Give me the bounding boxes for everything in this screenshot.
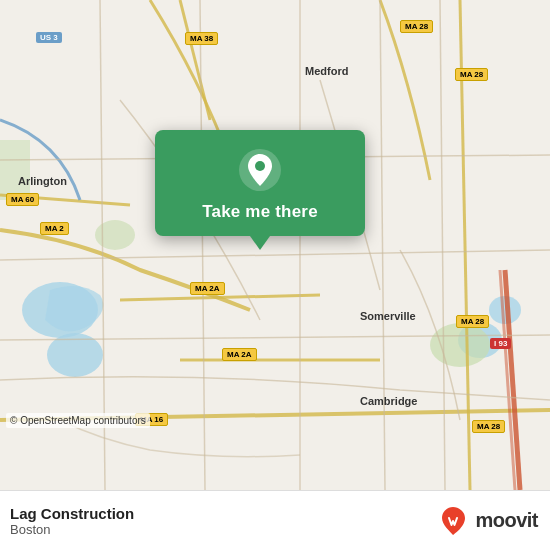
location-city: Boston — [10, 522, 134, 537]
city-label-somerville: Somerville — [360, 310, 416, 322]
bottom-bar: Lag Construction Boston moovit — [0, 490, 550, 550]
svg-rect-5 — [0, 140, 30, 200]
badge-ma28-top2: MA 28 — [455, 68, 488, 81]
badge-us3: US 3 — [36, 32, 62, 43]
moovit-logo: moovit — [437, 505, 538, 537]
svg-point-8 — [255, 161, 265, 171]
badge-i93: I 93 — [490, 338, 511, 349]
badge-ma2a-2: MA 2A — [222, 348, 257, 361]
osm-attribution: © OpenStreetMap contributors — [6, 413, 150, 428]
location-name: Lag Construction — [10, 505, 134, 522]
popup-card[interactable]: Take me there — [155, 130, 365, 236]
badge-ma2a-1: MA 2A — [190, 282, 225, 295]
city-label-medford: Medford — [305, 65, 348, 77]
moovit-text: moovit — [475, 509, 538, 532]
city-label-cambridge: Cambridge — [360, 395, 417, 407]
take-me-there-button[interactable]: Take me there — [202, 202, 318, 222]
badge-ma28-mid: MA 28 — [456, 315, 489, 328]
location-info: Lag Construction Boston — [10, 505, 134, 537]
badge-ma28-top: MA 28 — [400, 20, 433, 33]
svg-point-6 — [95, 220, 135, 250]
badge-ma38: MA 38 — [185, 32, 218, 45]
badge-ma28-bot: MA 28 — [472, 420, 505, 433]
city-label-arlington: Arlington — [18, 175, 67, 187]
badge-ma60: MA 60 — [6, 193, 39, 206]
badge-ma2: MA 2 — [40, 222, 69, 235]
moovit-icon — [437, 505, 469, 537]
svg-point-4 — [430, 323, 490, 367]
map-container: Arlington Medford Somerville Cambridge U… — [0, 0, 550, 490]
location-pin-icon — [238, 148, 282, 192]
